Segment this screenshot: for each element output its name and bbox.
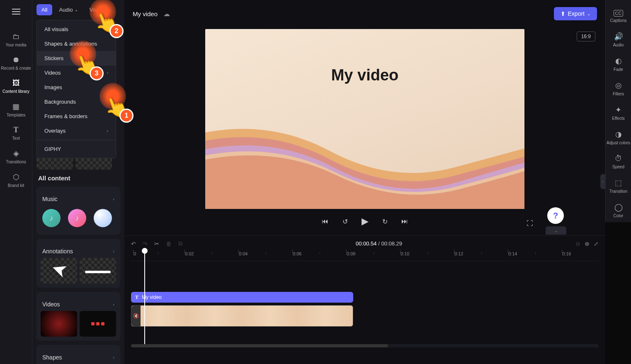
ruler-mark: 0:12 — [454, 251, 463, 256]
menu-videos[interactable]: Videos› — [37, 66, 116, 80]
cloud-sync-icon[interactable]: ☁ — [163, 10, 170, 18]
menu-giphy[interactable]: GIPHY — [37, 142, 116, 156]
folder-icon: 🗀 — [12, 32, 20, 41]
section-annotations[interactable]: Annotations› — [41, 243, 116, 258]
forward-button[interactable]: ↻ — [380, 216, 390, 226]
mute-icon[interactable]: 🔇 — [131, 306, 141, 326]
rr-captions[interactable]: CCCaptions — [606, 6, 631, 27]
rr-audio[interactable]: 🔊Audio — [606, 28, 631, 51]
fit-button[interactable]: ⤢ — [594, 240, 599, 247]
rr-effects[interactable]: ✦Effects — [606, 101, 631, 125]
rr-speed[interactable]: ⏱Speed — [606, 150, 631, 173]
zoom-in-button[interactable]: ⊕ — [585, 240, 590, 247]
fullscreen-button[interactable]: ⛶ — [527, 220, 533, 227]
skip-end-button[interactable]: ⏭ — [400, 216, 410, 226]
ruler-mark: 0:04 — [239, 251, 248, 256]
cut-button[interactable]: ✂ — [154, 240, 159, 247]
timeline-tracks[interactable]: TMy video 🔇 — [124, 261, 605, 344]
ruler-mark: 0 — [133, 251, 136, 256]
expand-preview-button[interactable]: ⌄ — [546, 226, 566, 235]
sidebar-transitions[interactable]: ◈Transitions — [0, 145, 32, 168]
section-music[interactable]: Music› — [41, 191, 116, 206]
ruler-mark: 0:02 — [185, 251, 194, 256]
collapse-right-panel-button[interactable]: › — [600, 174, 605, 189]
rr-color[interactable]: ◯Color — [606, 199, 631, 222]
chevron-right-icon: › — [107, 129, 108, 133]
sidebar-your-media[interactable]: 🗀Your media — [0, 28, 32, 51]
undo-button[interactable]: ↶ — [131, 240, 136, 247]
sidebar-content-library[interactable]: 🖾Content library — [0, 75, 32, 98]
playhead[interactable] — [144, 251, 145, 344]
speed-icon: ⏱ — [615, 154, 622, 163]
sidebar-text[interactable]: TText — [0, 121, 32, 145]
text-icon: T — [13, 126, 18, 134]
chevron-right-icon: › — [113, 355, 114, 360]
menu-stickers[interactable]: Stickers — [37, 51, 116, 66]
top-bar: My video ☁ ⬆Export⌄ — [124, 0, 605, 27]
menu-all-visuals[interactable]: All visuals — [37, 22, 116, 36]
redo-button[interactable]: ↷ — [143, 240, 148, 247]
menu-overlays[interactable]: Overlays› — [37, 124, 116, 138]
video-track-clip[interactable]: 🔇 — [131, 305, 353, 327]
timeline-timecode: 00:00.54 / 00:08.29 — [356, 240, 402, 247]
delete-button[interactable]: 🗑 — [166, 240, 172, 247]
music-thumb[interactable]: ♪ — [68, 209, 86, 227]
tab-visuals[interactable]: Visuals⌄ — [85, 4, 117, 15]
rewind-button[interactable]: ↺ — [340, 216, 350, 226]
section-videos[interactable]: Videos› — [41, 296, 116, 311]
tab-all[interactable]: All — [36, 4, 52, 15]
content-library-panel: All Audio⌄ Visuals⌄ All visuals Shapes &… — [32, 0, 124, 364]
color-icon: ◯ — [614, 203, 623, 212]
help-button[interactable]: ? — [547, 207, 564, 224]
timeline-area: ↶ ↷ ✂ 🗑 ⧉ 00:00.54 / 00:08.29 ⊖ ⊕ ⤢ 0 0:… — [124, 235, 605, 364]
sidebar-record-create[interactable]: ⏺Record & create — [0, 51, 32, 75]
text-icon: T — [135, 294, 138, 301]
music-thumb[interactable]: ♪ — [94, 209, 112, 227]
adjust-icon: ◑ — [615, 130, 622, 139]
canvas-title-text: My video — [205, 66, 524, 84]
zoom-out-button[interactable]: ⊖ — [575, 240, 580, 247]
section-shapes[interactable]: Shapes› — [41, 349, 116, 364]
scrollbar-handle[interactable] — [131, 344, 388, 347]
annotation-thumb-arrow[interactable]: ➤ — [41, 258, 77, 284]
chevron-right-icon: › — [107, 70, 108, 75]
ruler-mark: 0:10 — [400, 251, 409, 256]
camera-icon: ⏺ — [12, 56, 20, 64]
annotation-thumb-line[interactable] — [80, 258, 116, 284]
duplicate-button[interactable]: ⧉ — [178, 240, 182, 247]
brand-kit-icon: ⬡ — [13, 172, 19, 182]
rr-fade[interactable]: ◐Fade — [606, 52, 631, 76]
play-button[interactable]: ▶ — [360, 216, 370, 226]
rr-adjust-colors[interactable]: ◑Adjust colors — [606, 126, 631, 149]
templates-icon: ▦ — [12, 102, 19, 111]
hamburger-menu[interactable] — [8, 3, 24, 20]
rr-filters[interactable]: ◎Filters — [606, 77, 631, 100]
timeline-ruler[interactable]: 0 0:02 0:04 0:06 0:08 0:10 0:12 0:14 0:1… — [131, 251, 599, 261]
video-canvas[interactable]: My video — [205, 29, 524, 209]
video-thumb[interactable] — [80, 311, 116, 337]
music-thumb[interactable]: ♪ — [42, 209, 61, 227]
sidebar-brand-kit[interactable]: ⬡Brand kit — [0, 168, 32, 192]
chevron-down-icon: ⌄ — [75, 7, 78, 12]
menu-backgrounds[interactable]: Backgrounds — [37, 95, 116, 109]
menu-shapes-annotations[interactable]: Shapes & annotations — [37, 36, 116, 51]
video-thumb[interactable] — [41, 311, 77, 337]
filter-tabs: All Audio⌄ Visuals⌄ — [32, 0, 124, 19]
ruler-mark: 0:06 — [293, 251, 301, 256]
menu-images[interactable]: Images — [37, 80, 116, 95]
ruler-mark: 0:14 — [508, 251, 517, 256]
project-title[interactable]: My video — [133, 10, 158, 17]
main-area: My video ☁ ⬆Export⌄ 16:9 My video ⏮ ↺ ▶ … — [124, 0, 605, 364]
skip-start-button[interactable]: ⏮ — [320, 216, 330, 226]
visuals-dropdown: All visuals Shapes & annotations Sticker… — [36, 20, 116, 158]
export-button[interactable]: ⬆Export⌄ — [554, 7, 597, 20]
timeline-scrollbar[interactable] — [131, 344, 599, 347]
menu-frames-borders[interactable]: Frames & borders — [37, 109, 116, 124]
sidebar-templates[interactable]: ▦Templates — [0, 98, 32, 121]
left-sidebar: 🗀Your media ⏺Record & create 🖾Content li… — [0, 0, 32, 364]
aspect-ratio-selector[interactable]: 16:9 — [577, 32, 595, 41]
upload-icon: ⬆ — [561, 10, 565, 17]
tab-audio[interactable]: Audio⌄ — [54, 4, 83, 15]
text-track-clip[interactable]: TMy video — [131, 292, 353, 303]
rr-transition[interactable]: ⬚Transition — [606, 174, 631, 198]
